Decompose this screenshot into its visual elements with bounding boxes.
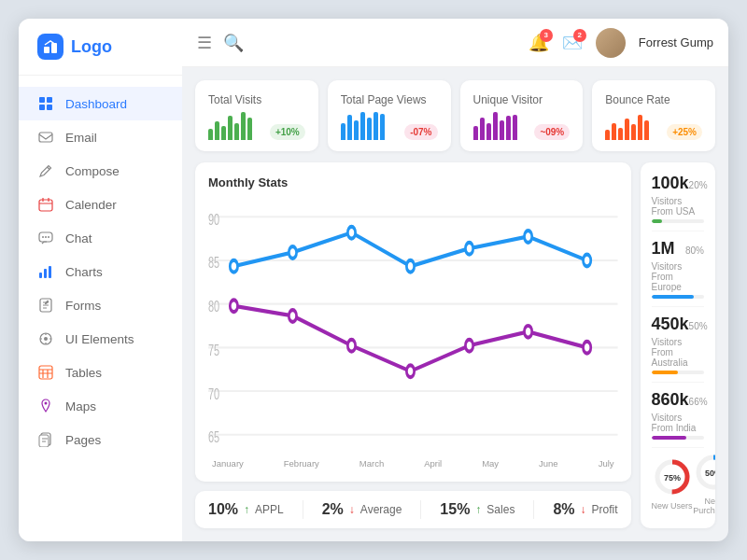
- email-icon: [37, 129, 54, 146]
- sidebar-logo[interactable]: Logo: [19, 19, 182, 76]
- metric-appl-arrow: ↑: [244, 503, 249, 516]
- donut-new-purchases: 50% New Purchases: [693, 452, 715, 515]
- svg-text:70: 70: [208, 385, 219, 402]
- sidebar-item-compose[interactable]: Compose: [19, 154, 182, 188]
- metric-divider-3: [533, 500, 534, 519]
- sidebar-item-forms[interactable]: Forms: [19, 288, 182, 322]
- svg-rect-2: [39, 97, 45, 103]
- bar: [473, 126, 478, 140]
- avatar[interactable]: [596, 28, 626, 58]
- stat-title-unique-visitor: Unique Visitor: [473, 93, 571, 106]
- svg-rect-12: [39, 273, 42, 278]
- charts-label: Charts: [65, 265, 103, 279]
- mail-button[interactable]: ✉️ 2: [562, 33, 583, 53]
- metric-profit-label: Profit: [592, 503, 618, 516]
- svg-point-17: [44, 337, 48, 341]
- hamburger-icon[interactable]: ☰: [197, 33, 212, 53]
- bar: [247, 118, 252, 140]
- chart-label-mar: March: [359, 458, 384, 469]
- metric-row: 10% ↑ APPL 2% ↓ Average 15%: [195, 491, 631, 528]
- sidebar-item-chat[interactable]: Chat: [19, 221, 182, 255]
- topbar-left: ☰ 🔍: [197, 33, 244, 53]
- metric-profit: 8% ↓ Profit: [553, 501, 617, 518]
- svg-rect-5: [47, 105, 52, 110]
- logo-icon: [37, 34, 63, 60]
- metric-sales: 15% ↑ Sales: [440, 501, 514, 518]
- visitor-pct-usa: 20%: [689, 180, 708, 190]
- visitor-stat-europe: 1M 80% Visitors From Europe: [652, 239, 704, 299]
- forms-label: Forms: [65, 299, 101, 313]
- svg-text:75: 75: [208, 341, 219, 358]
- bar: [241, 112, 246, 140]
- svg-rect-14: [49, 266, 51, 278]
- sidebar-item-charts[interactable]: Charts: [19, 255, 182, 288]
- bar: [486, 123, 491, 140]
- tables-label: Tables: [65, 366, 102, 380]
- maps-label: Maps: [65, 399, 96, 413]
- pages-icon: [37, 431, 54, 448]
- metric-average: 2% ↓ Average: [322, 501, 402, 518]
- bar: [360, 112, 365, 140]
- donut-svg-new-users: 75%: [652, 456, 693, 497]
- mail-badge: 2: [573, 29, 586, 42]
- metric-appl: 10% ↑ APPL: [208, 501, 284, 518]
- sidebar-item-pages[interactable]: Pages: [19, 423, 182, 456]
- bar: [625, 119, 629, 140]
- visitor-value-europe: 1M: [652, 239, 675, 259]
- sidebar-item-dashboard[interactable]: Dashboard: [19, 87, 182, 120]
- sidebar-item-email[interactable]: Email: [19, 120, 182, 154]
- sidebar-item-calender[interactable]: Calender: [19, 188, 182, 221]
- stat-bars-bounce-rate: [605, 112, 649, 140]
- notification-badge: 3: [540, 29, 553, 42]
- progress-bg-usa: [652, 219, 704, 223]
- chart-label-feb: February: [284, 458, 319, 469]
- visitor-stat-usa: 100k 20% Visitors From USA: [652, 174, 704, 223]
- visitor-top-india: 860k 66%: [652, 390, 704, 410]
- metric-sales-arrow: ↑: [475, 503, 481, 516]
- svg-text:80: 80: [208, 298, 219, 315]
- sidebar: Logo Dashboard: [19, 19, 182, 541]
- svg-rect-13: [44, 269, 47, 278]
- visitor-pct-europe: 80%: [685, 245, 704, 256]
- ui-elements-icon: [37, 330, 54, 347]
- metric-sales-label: Sales: [486, 503, 514, 516]
- stat-card-total-visits: Total Visits +10%: [195, 80, 318, 151]
- svg-point-43: [347, 340, 355, 352]
- bar: [631, 124, 636, 140]
- stat-badge-bounce-rate: +25%: [667, 124, 702, 140]
- svg-rect-6: [39, 133, 52, 142]
- stat-card-page-views: Total Page Views -07%: [328, 80, 451, 151]
- svg-point-37: [406, 260, 414, 273]
- svg-rect-3: [47, 97, 52, 103]
- donut-svg-new-purchases: 50%: [693, 452, 715, 493]
- chat-icon: [37, 230, 54, 246]
- stat-bottom-unique-visitor: ~09%: [473, 112, 571, 140]
- visitor-pct-india: 66%: [689, 397, 708, 407]
- visitor-top-europe: 1M 80%: [652, 239, 704, 259]
- notification-button[interactable]: 🔔 3: [529, 33, 549, 53]
- sidebar-item-maps[interactable]: Maps: [19, 389, 182, 423]
- main-content: ☰ 🔍 🔔 3 ✉️ 2 Forrest Gump: [182, 19, 728, 541]
- sidebar-item-ui-elements[interactable]: UI Elements: [19, 322, 182, 356]
- metric-average-value: 2%: [322, 501, 344, 518]
- metric-profit-value: 8%: [553, 501, 574, 518]
- sidebar-item-tables[interactable]: Tables: [19, 356, 182, 389]
- bar: [380, 114, 385, 140]
- svg-point-35: [289, 246, 296, 259]
- svg-point-45: [465, 340, 472, 352]
- user-name: Forrest Gump: [639, 35, 713, 49]
- bar: [234, 123, 239, 140]
- visitor-value-usa: 100k: [652, 174, 689, 193]
- bar: [605, 130, 610, 140]
- metric-divider: [303, 500, 303, 519]
- bar: [618, 128, 623, 140]
- visitor-stat-india: 860k 66% Visitors From India: [652, 390, 704, 440]
- progress-fill-australia: [652, 371, 678, 374]
- stat-bars-page-views: [341, 112, 385, 140]
- topbar-right: 🔔 3 ✉️ 2 Forrest Gump: [529, 28, 713, 58]
- compose-icon: [37, 162, 54, 179]
- svg-point-36: [347, 227, 355, 239]
- visitor-pct-australia: 50%: [689, 321, 708, 331]
- search-icon[interactable]: 🔍: [223, 33, 244, 53]
- svg-text:50%: 50%: [705, 469, 715, 478]
